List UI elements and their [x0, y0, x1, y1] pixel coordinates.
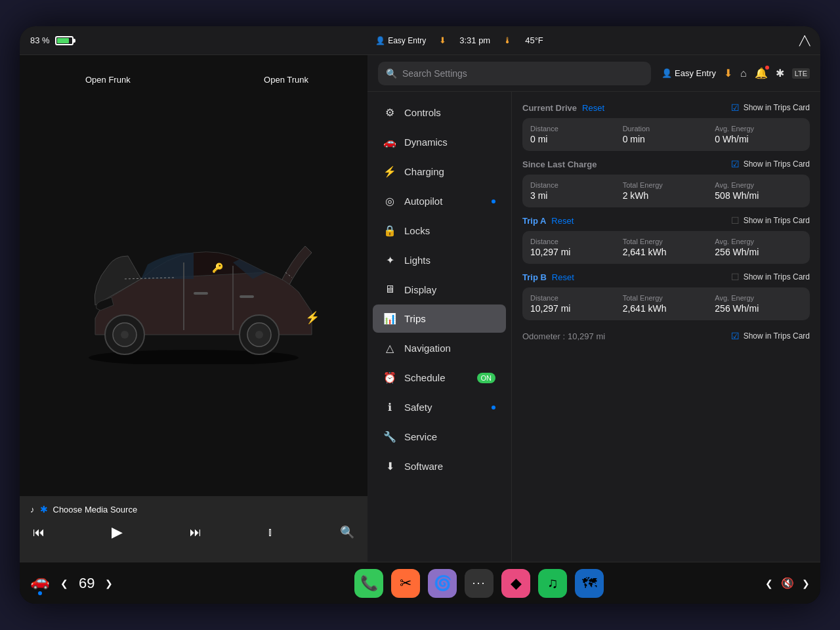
trips-icon: 📊: [383, 312, 396, 325]
pink-app-button[interactable]: ◆: [501, 569, 530, 598]
download-header-icon[interactable]: ⬇: [724, 67, 732, 79]
trip-b-distance: Distance 10,297 mi: [530, 294, 618, 314]
camera-icon: 🌀: [434, 575, 452, 592]
prev-track-button[interactable]: ⏮: [30, 523, 47, 542]
spotify-icon: ♫: [547, 575, 558, 592]
bluetooth-header-icon[interactable]: ✱: [776, 67, 784, 79]
car-active-dot: [38, 591, 42, 595]
trip-a-distance: Distance 10,297 mi: [530, 238, 618, 257]
easy-entry-header[interactable]: 👤 Easy Entry: [662, 68, 716, 78]
sidebar-item-schedule[interactable]: ⏰ Schedule ON: [373, 364, 506, 392]
lte-header-icon: LTE: [792, 68, 810, 79]
service-label: Service: [404, 431, 495, 442]
navigation-label: Navigation: [404, 343, 495, 354]
sidebar-item-trips[interactable]: 📊 Trips: [373, 304, 506, 333]
last-charge-show-label: Show in Trips Card: [744, 159, 810, 169]
next-track-button[interactable]: ⏭: [187, 523, 204, 542]
last-charge-distance: Distance 3 mi: [530, 181, 618, 201]
last-charge-title: Since Last Charge: [522, 159, 597, 169]
trip-a-title: Trip A: [522, 216, 546, 226]
search-icon: 🔍: [386, 68, 397, 79]
phone-app-button[interactable]: 📞: [354, 569, 383, 598]
trip-b-show-trips[interactable]: ☐ Show in Trips Card: [731, 272, 810, 282]
settings-header: 🔍 Search Settings 👤 Easy Entry ⬇ ⌂ 🔔 ✱ L…: [368, 55, 820, 92]
scissors-icon: ✂: [400, 575, 411, 592]
sidebar-item-software[interactable]: ⬇ Software: [373, 452, 506, 480]
autopilot-icon: ◎: [383, 195, 396, 207]
trip-b-avg-value: 256 Wh/mi: [715, 303, 802, 314]
last-charge-energy: Total Energy 2 kWh: [623, 181, 710, 201]
map-app-button[interactable]: 🗺: [575, 569, 604, 598]
svg-text:🔑: 🔑: [212, 262, 224, 274]
home-header-icon[interactable]: ⌂: [740, 68, 747, 79]
current-drive-show-trips[interactable]: ☑ Show in Trips Card: [731, 102, 810, 113]
last-charge-show-trips[interactable]: ☑ Show in Trips Card: [731, 159, 810, 169]
trip-a-reset[interactable]: Reset: [551, 216, 574, 226]
controls-label: Controls: [404, 107, 495, 118]
equalizer-button[interactable]: ⫿: [265, 524, 276, 541]
pink-icon: ◆: [511, 575, 522, 592]
open-frunk-label[interactable]: Open Frunk: [85, 75, 131, 86]
sidebar-item-locks[interactable]: 🔒 Locks: [373, 217, 506, 245]
checkbox-unchecked-a: ☐: [731, 215, 740, 226]
svg-rect-3: [194, 292, 208, 295]
sidebar-item-display[interactable]: 🖥 Display: [373, 276, 506, 303]
sidebar-item-controls[interactable]: ⚙ Controls: [373, 98, 506, 127]
current-drive-reset[interactable]: Reset: [582, 103, 604, 113]
trip-a-show-trips[interactable]: ☐ Show in Trips Card: [731, 215, 810, 226]
phone-icon: 📞: [360, 575, 378, 592]
trip-a-energy-value: 2,641 kWh: [623, 247, 710, 257]
controls-icon: ⚙: [383, 106, 396, 119]
sidebar-item-dynamics[interactable]: 🚗 Dynamics: [373, 128, 506, 156]
nav-next-button[interactable]: ❯: [802, 578, 810, 589]
current-avg-label: Avg. Energy: [715, 125, 802, 133]
dots-app-button[interactable]: ···: [465, 569, 494, 598]
current-distance-value: 0 mi: [530, 134, 618, 144]
sidebar-item-charging[interactable]: ⚡ Charging: [373, 158, 506, 186]
scissors-app-button[interactable]: ✂: [391, 569, 420, 598]
safety-icon: ℹ: [383, 401, 396, 413]
open-trunk-label[interactable]: Open Trunk: [264, 75, 308, 86]
person-header-icon: 👤: [662, 68, 672, 78]
display-icon: 🖥: [383, 284, 396, 295]
last-charge-card: Distance 3 mi Total Energy 2 kWh Avg. En…: [522, 175, 810, 207]
status-bar: 83 % 👤 Easy Entry ⬇ 3:31 pm 🌡 45°F ╱╲: [20, 26, 820, 55]
search-bar[interactable]: 🔍 Search Settings: [378, 62, 651, 85]
current-avg-energy: Avg. Energy 0 Wh/mi: [715, 125, 802, 144]
sidebar-item-navigation[interactable]: △ Navigation: [373, 334, 506, 362]
trip-b-reset[interactable]: Reset: [552, 272, 574, 282]
odometer-show-trips[interactable]: ☑ Show in Trips Card: [731, 331, 810, 341]
last-charge-energy-label: Total Energy: [623, 181, 710, 189]
trip-b-distance-label: Distance: [530, 294, 618, 302]
sidebar-item-service[interactable]: 🔧 Service: [373, 423, 506, 451]
taskbar-right: ❮ 🔇 ❯: [731, 577, 810, 589]
svg-rect-4: [240, 295, 254, 298]
schedule-label: Schedule: [404, 372, 469, 383]
car-home-button[interactable]: 🚗: [30, 572, 50, 595]
taskbar-left: 🚗 ❮ 69 ❯: [30, 572, 227, 595]
trip-a-energy: Total Energy 2,641 kWh: [623, 238, 710, 257]
schedule-toggle[interactable]: ON: [477, 373, 496, 383]
spotify-app-button[interactable]: ♫: [538, 569, 567, 598]
sidebar-item-autopilot[interactable]: ◎ Autopilot: [373, 187, 506, 215]
camera-app-button[interactable]: 🌀: [428, 569, 457, 598]
current-drive-show-label: Show in Trips Card: [744, 103, 810, 112]
status-bar-center: 👤 Easy Entry ⬇ 3:31 pm 🌡 45°F: [222, 35, 697, 45]
dynamics-icon: 🚗: [383, 136, 396, 148]
nav-prev-button[interactable]: ❮: [765, 578, 773, 589]
sidebar-item-lights[interactable]: ✦ Lights: [373, 246, 506, 274]
temp-prev-button[interactable]: ❮: [60, 578, 68, 589]
odometer-show-label: Show in Trips Card: [744, 331, 810, 341]
temperature-value: 69: [79, 575, 94, 592]
play-button[interactable]: ▶: [109, 521, 125, 543]
search-media-button[interactable]: 🔍: [337, 522, 357, 542]
time-display: 3:31 pm: [459, 35, 490, 45]
safety-dot: [492, 406, 495, 410]
temp-next-button[interactable]: ❯: [105, 578, 113, 589]
last-charge-avg-label: Avg. Energy: [715, 181, 802, 189]
sidebar-item-safety[interactable]: ℹ Safety: [373, 393, 506, 421]
svg-point-7: [121, 331, 129, 339]
trip-b-energy: Total Energy 2,641 kWh: [623, 294, 710, 314]
volume-mute-button[interactable]: 🔇: [781, 577, 794, 589]
bell-header-icon[interactable]: 🔔: [755, 67, 768, 79]
